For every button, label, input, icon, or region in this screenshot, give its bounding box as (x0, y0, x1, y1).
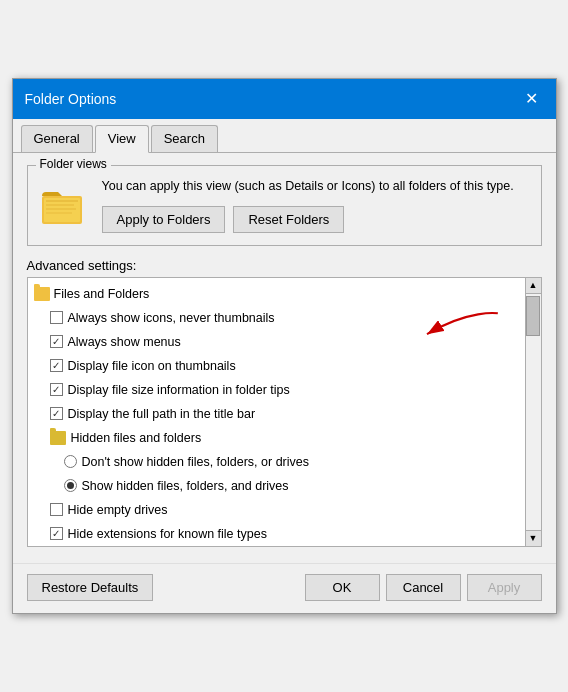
svg-rect-2 (46, 200, 78, 202)
list-item[interactable]: Display the full path in the title bar (28, 402, 525, 426)
scrollbar-thumb[interactable] (526, 296, 540, 336)
list-item[interactable]: Hide folder merge conflicts (28, 546, 525, 547)
list-item: Hidden files and folders (28, 426, 525, 450)
item-text: Hide extensions for known file types (68, 524, 267, 544)
tab-search[interactable]: Search (151, 125, 218, 152)
checkbox[interactable] (50, 503, 63, 516)
item-text: Files and Folders (54, 284, 150, 304)
item-text: Show hidden files, folders, and drives (82, 476, 289, 496)
settings-list[interactable]: Files and Folders Always show icons, nev… (27, 277, 526, 547)
scrollbar-up-button[interactable]: ▲ (526, 278, 541, 294)
item-text: Always show menus (68, 332, 181, 352)
tab-general[interactable]: General (21, 125, 93, 152)
scrollbar-down-button[interactable]: ▼ (526, 530, 541, 546)
bottom-buttons: Restore Defaults OK Cancel Apply (13, 563, 556, 613)
checkbox[interactable] (50, 527, 63, 540)
scrollbar-track: ▲ ▼ (526, 277, 542, 547)
reset-folders-button[interactable]: Reset Folders (233, 206, 344, 233)
checkbox[interactable] (50, 311, 63, 324)
settings-list-container: Files and Folders Always show icons, nev… (27, 277, 542, 547)
restore-defaults-button[interactable]: Restore Defaults (27, 574, 154, 601)
item-text: Display file size information in folder … (68, 380, 290, 400)
checkbox[interactable] (50, 359, 63, 372)
list-item[interactable]: Don't show hidden files, folders, or dri… (28, 450, 525, 474)
folder-views-group: Folder views You can apply this vi (27, 165, 542, 246)
folder-icon (40, 182, 88, 230)
item-text: Hide empty drives (68, 500, 168, 520)
apply-to-folders-button[interactable]: Apply to Folders (102, 206, 226, 233)
settings-list-wrapper: Files and Folders Always show icons, nev… (27, 277, 542, 547)
svg-rect-5 (46, 212, 72, 214)
checkbox[interactable] (50, 383, 63, 396)
radio[interactable] (64, 455, 77, 468)
tab-view[interactable]: View (95, 125, 149, 153)
item-text: Display the full path in the title bar (68, 404, 256, 424)
ok-button[interactable]: OK (305, 574, 380, 601)
title-bar: Folder Options ✕ (13, 79, 556, 119)
folder-category-icon (34, 287, 50, 301)
radio[interactable] (64, 479, 77, 492)
folder-views-right: You can apply this view (such as Details… (102, 178, 514, 233)
list-item: Files and Folders (28, 282, 525, 306)
tab-content: Folder views You can apply this vi (13, 153, 556, 559)
item-text: Display file icon on thumbnails (68, 356, 236, 376)
checkbox[interactable] (50, 407, 63, 420)
dialog-title: Folder Options (25, 91, 117, 107)
list-item[interactable]: Always show icons, never thumbnails (28, 306, 525, 330)
close-button[interactable]: ✕ (520, 87, 544, 111)
folder-views-description: You can apply this view (such as Details… (102, 178, 514, 196)
list-item[interactable]: Always show menus (28, 330, 525, 354)
list-item[interactable]: Hide empty drives (28, 498, 525, 522)
list-item[interactable]: Display file size information in folder … (28, 378, 525, 402)
folder-views-buttons: Apply to Folders Reset Folders (102, 206, 514, 233)
cancel-button[interactable]: Cancel (386, 574, 461, 601)
apply-button[interactable]: Apply (467, 574, 542, 601)
list-item[interactable]: Display file icon on thumbnails (28, 354, 525, 378)
advanced-settings-label: Advanced settings: (27, 258, 542, 273)
list-item[interactable]: Show hidden files, folders, and drives (28, 474, 525, 498)
tabs-bar: General View Search (13, 119, 556, 153)
svg-rect-4 (46, 208, 76, 210)
folder-options-dialog: Folder Options ✕ General View Search Fol… (12, 78, 557, 614)
item-text: Hidden files and folders (71, 428, 202, 448)
item-text: Always show icons, never thumbnails (68, 308, 275, 328)
folder-views-inner: You can apply this view (such as Details… (40, 178, 529, 233)
folder-views-legend: Folder views (36, 157, 111, 171)
item-text: Don't show hidden files, folders, or dri… (82, 452, 310, 472)
checkbox[interactable] (50, 335, 63, 348)
list-item[interactable]: Hide extensions for known file types (28, 522, 525, 546)
svg-rect-3 (46, 204, 74, 206)
hidden-files-icon (50, 431, 66, 445)
